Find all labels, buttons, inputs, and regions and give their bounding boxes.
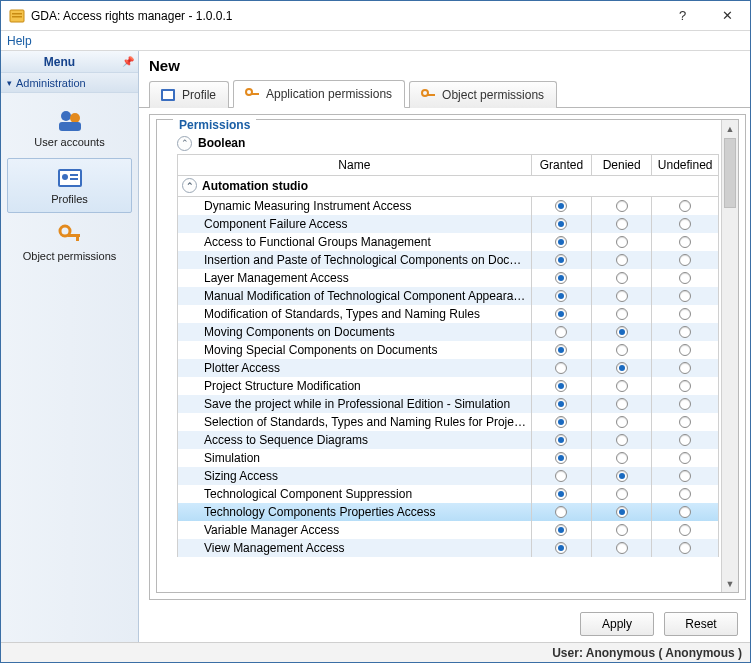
radio-undefined[interactable] [679,506,691,518]
radio-cell-undefined[interactable] [652,413,719,431]
permission-row[interactable]: Selection of Standards, Types and Naming… [178,413,719,431]
radio-cell-granted[interactable] [531,521,591,539]
radio-cell-denied[interactable] [592,377,652,395]
radio-cell-granted[interactable] [531,269,591,287]
radio-denied[interactable] [616,272,628,284]
radio-denied[interactable] [616,290,628,302]
radio-cell-undefined[interactable] [652,323,719,341]
radio-granted[interactable] [555,452,567,464]
radio-granted[interactable] [555,470,567,482]
radio-cell-granted[interactable] [531,197,591,216]
radio-denied[interactable] [616,254,628,266]
col-denied[interactable]: Denied [592,155,652,176]
radio-cell-undefined[interactable] [652,251,719,269]
radio-granted[interactable] [555,218,567,230]
radio-denied[interactable] [616,326,628,338]
radio-undefined[interactable] [679,524,691,536]
radio-denied[interactable] [616,416,628,428]
help-button[interactable]: ? [660,1,705,30]
radio-cell-undefined[interactable] [652,485,719,503]
radio-cell-undefined[interactable] [652,431,719,449]
radio-undefined[interactable] [679,452,691,464]
radio-granted[interactable] [555,380,567,392]
sidebar-item-profiles[interactable]: Profiles [7,158,132,213]
radio-cell-granted[interactable] [531,215,591,233]
radio-granted[interactable] [555,416,567,428]
radio-cell-undefined[interactable] [652,503,719,521]
permission-row[interactable]: Technological Component Suppression [178,485,719,503]
radio-denied[interactable] [616,470,628,482]
close-button[interactable]: ✕ [705,1,750,30]
pin-icon[interactable]: 📌 [118,56,138,67]
radio-cell-granted[interactable] [531,449,591,467]
permission-row[interactable]: Access to Functional Groups Management [178,233,719,251]
radio-cell-granted[interactable] [531,485,591,503]
sidebar-item-object-permissions[interactable]: Object permissions [7,215,132,270]
radio-cell-denied[interactable] [592,359,652,377]
radio-denied[interactable] [616,362,628,374]
radio-denied[interactable] [616,506,628,518]
permission-row[interactable]: Layer Management Access [178,269,719,287]
radio-cell-granted[interactable] [531,503,591,521]
radio-granted[interactable] [555,542,567,554]
radio-denied[interactable] [616,524,628,536]
radio-undefined[interactable] [679,434,691,446]
radio-cell-denied[interactable] [592,233,652,251]
permission-row[interactable]: Moving Components on Documents [178,323,719,341]
radio-denied[interactable] [616,308,628,320]
radio-denied[interactable] [616,236,628,248]
radio-denied[interactable] [616,218,628,230]
radio-granted[interactable] [555,254,567,266]
radio-granted[interactable] [555,398,567,410]
radio-cell-undefined[interactable] [652,233,719,251]
radio-cell-denied[interactable] [592,503,652,521]
radio-cell-denied[interactable] [592,197,652,216]
radio-cell-granted[interactable] [531,233,591,251]
collapse-icon[interactable]: ⌃ [177,136,192,151]
radio-denied[interactable] [616,542,628,554]
radio-cell-granted[interactable] [531,539,591,557]
col-undefined[interactable]: Undefined [652,155,719,176]
permission-row[interactable]: Simulation [178,449,719,467]
radio-granted[interactable] [555,434,567,446]
radio-cell-denied[interactable] [592,485,652,503]
scroll-up-icon[interactable]: ▲ [722,120,738,137]
radio-cell-denied[interactable] [592,251,652,269]
radio-cell-undefined[interactable] [652,377,719,395]
radio-cell-denied[interactable] [592,395,652,413]
radio-undefined[interactable] [679,416,691,428]
radio-undefined[interactable] [679,236,691,248]
radio-undefined[interactable] [679,344,691,356]
radio-cell-granted[interactable] [531,431,591,449]
permission-row[interactable]: View Management Access [178,539,719,557]
permission-row[interactable]: Technology Components Properties Access [178,503,719,521]
permission-row[interactable]: Insertion and Paste of Technological Com… [178,251,719,269]
radio-granted[interactable] [555,524,567,536]
radio-denied[interactable] [616,488,628,500]
radio-cell-granted[interactable] [531,395,591,413]
permission-row[interactable]: Component Failure Access [178,215,719,233]
radio-cell-undefined[interactable] [652,359,719,377]
radio-granted[interactable] [555,326,567,338]
radio-undefined[interactable] [679,380,691,392]
radio-granted[interactable] [555,488,567,500]
radio-cell-denied[interactable] [592,467,652,485]
radio-cell-denied[interactable] [592,539,652,557]
tab-object-permissions[interactable]: Object permissions [409,81,557,108]
radio-granted[interactable] [555,308,567,320]
tab-profile[interactable]: Profile [149,81,229,108]
radio-cell-undefined[interactable] [652,539,719,557]
menu-help[interactable]: Help [7,34,32,48]
radio-cell-undefined[interactable] [652,341,719,359]
radio-cell-denied[interactable] [592,431,652,449]
radio-undefined[interactable] [679,218,691,230]
permission-row[interactable]: Variable Manager Access [178,521,719,539]
radio-undefined[interactable] [679,362,691,374]
radio-undefined[interactable] [679,290,691,302]
radio-cell-granted[interactable] [531,377,591,395]
radio-undefined[interactable] [679,470,691,482]
radio-granted[interactable] [555,272,567,284]
radio-undefined[interactable] [679,398,691,410]
radio-cell-denied[interactable] [592,305,652,323]
radio-undefined[interactable] [679,254,691,266]
